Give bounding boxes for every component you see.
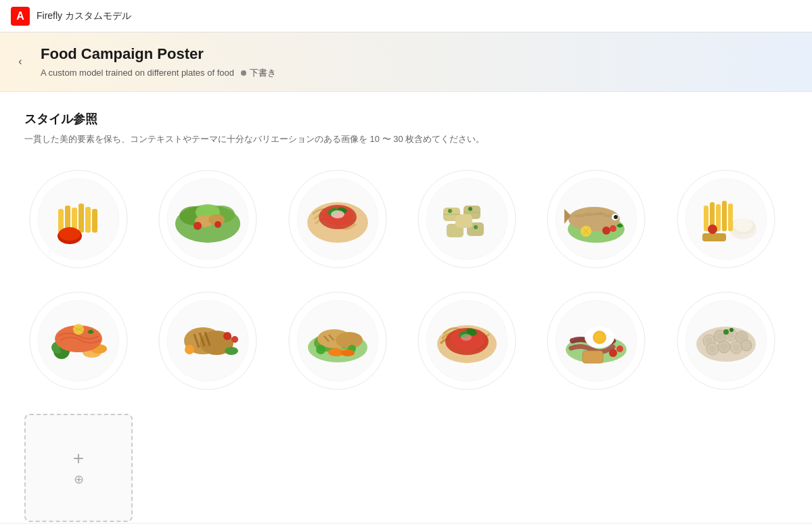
svg-point-129 [738,334,745,341]
back-button[interactable]: ‹ [11,52,30,71]
svg-point-38 [468,207,472,211]
list-item[interactable] [672,287,780,395]
svg-rect-5 [78,204,84,233]
section-title: スタイル参照 [24,111,788,127]
header-text: Food Campaign Poster A custom model trai… [41,45,796,79]
list-item[interactable] [284,287,392,395]
svg-point-110 [595,333,604,342]
campaign-subtitle-row: A custom model trained on different plat… [41,67,796,79]
svg-point-55 [734,218,752,232]
svg-point-81 [231,336,238,343]
svg-point-96 [341,350,355,356]
svg-point-126 [706,337,713,344]
header-banner: ‹ Food Campaign Poster A custom model tr… [0,32,812,92]
svg-point-63 [708,224,717,234]
svg-rect-6 [85,207,91,233]
svg-point-83 [185,345,194,354]
svg-point-9 [59,227,81,241]
list-item[interactable] [24,287,133,395]
add-image-button[interactable]: + ⊕ [24,414,133,522]
image-grid [24,165,788,395]
svg-point-130 [709,346,716,352]
svg-rect-111 [583,351,603,363]
list-item[interactable] [284,165,392,273]
svg-rect-34 [455,214,472,228]
list-item[interactable] [154,165,262,273]
svg-point-49 [602,227,610,235]
svg-point-19 [215,221,221,228]
list-item[interactable] [413,287,521,395]
draft-label: 下書き [250,67,276,79]
list-item[interactable] [672,165,780,273]
topbar: A Firefly カスタムモデル [0,0,812,32]
topbar-title: Firefly カスタムモデル [37,10,131,22]
svg-point-90 [336,332,363,348]
svg-point-113 [609,349,617,357]
svg-rect-59 [722,201,727,231]
svg-point-104 [461,334,472,341]
svg-point-37 [448,209,452,213]
svg-rect-7 [92,209,97,233]
svg-rect-62 [702,233,726,241]
list-item[interactable] [24,165,133,273]
campaign-subtitle: A custom model trained on different plat… [41,68,234,78]
draft-badge: 下書き [241,67,276,79]
svg-point-125 [741,340,752,351]
svg-point-93 [316,345,325,354]
svg-point-45 [614,215,618,219]
svg-point-27 [331,210,344,218]
svg-point-82 [225,347,238,355]
svg-point-18 [194,222,202,230]
add-image-icon: + [73,449,84,468]
svg-point-50 [610,225,616,232]
svg-point-131 [721,343,727,350]
svg-point-114 [616,346,623,352]
svg-rect-60 [728,204,733,231]
svg-rect-56 [704,206,708,231]
section-description: 一貫した美的要素を保ち、コンテキストやテーマに十分なバリエーションのある画像を … [24,133,788,147]
draft-dot-icon [241,70,246,76]
list-item[interactable] [413,165,521,273]
list-item[interactable] [154,287,262,395]
list-item[interactable] [542,165,650,273]
adobe-logo-icon: A [11,7,30,26]
add-image-subicon: ⊕ [74,472,84,487]
list-item[interactable] [542,287,650,395]
main-content: スタイル参照 一貫した美的要素を保ち、コンテキストやテーマに十分なバリエーション… [0,92,812,523]
svg-point-39 [474,225,478,229]
svg-point-127 [717,333,723,339]
svg-point-133 [723,329,729,335]
campaign-title: Food Campaign Poster [41,45,796,64]
svg-point-132 [733,344,740,351]
svg-point-80 [223,332,231,340]
svg-point-134 [729,328,734,332]
